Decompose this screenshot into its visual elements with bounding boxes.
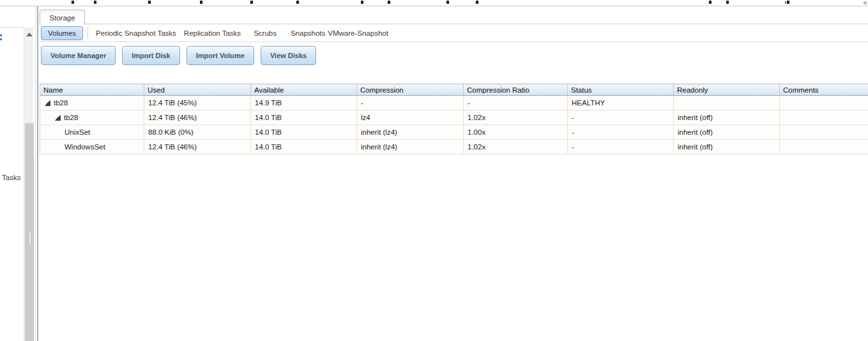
cell-available: 14.0 TiB <box>251 110 357 125</box>
subtab-divider <box>88 27 88 40</box>
cell-compression-ratio: - <box>464 96 568 110</box>
main-content: Storage Volumes Periodic Snapshot Tasks … <box>38 6 868 341</box>
cell-compression: - <box>357 96 464 110</box>
cutoff-glyph <box>446 1 449 4</box>
cell-used: 88.0 KiB (0%) <box>144 125 251 139</box>
cutoff-glyph <box>72 1 74 4</box>
column-header-compression-ratio[interactable]: Compression Ratio <box>464 84 568 95</box>
scroll-up-arrow-icon[interactable] <box>26 33 33 36</box>
cell-status: - <box>568 110 674 125</box>
cell-readonly: inherit (off) <box>674 110 780 125</box>
cell-name: UnixSet <box>65 128 90 136</box>
cell-used: 12.4 TiB (46%) <box>144 110 251 125</box>
sidebar-item-tasks[interactable]: Tasks <box>2 174 20 181</box>
subtab-underline <box>38 42 868 42</box>
subtab-periodic-snapshot-tasks[interactable]: Periodic Snapshot Tasks <box>96 29 176 37</box>
panel-separator <box>35 6 36 341</box>
tree-expando-icon[interactable] <box>55 115 61 121</box>
cell-comments <box>780 125 868 139</box>
cutoff-glyph <box>200 1 202 4</box>
cutoff-tree-link <box>0 34 2 40</box>
grid-header-row: Name Used Available Compression Compress… <box>40 84 868 96</box>
cell-readonly: inherit (off) <box>674 140 780 154</box>
cutoff-glyph <box>94 1 96 4</box>
left-scrollbar-thumb[interactable] <box>25 123 34 341</box>
left-scrollbar-track[interactable] <box>24 27 33 341</box>
cell-readonly: inherit (off) <box>674 125 780 139</box>
column-header-status[interactable]: Status <box>568 84 674 95</box>
tree-expando-icon[interactable] <box>45 100 50 106</box>
cell-status: HEALTHY <box>568 96 674 110</box>
cutoff-glyph <box>250 1 253 4</box>
cell-comments <box>780 140 868 154</box>
column-header-compression[interactable]: Compression <box>357 84 464 95</box>
cell-compression: inherit (lz4) <box>357 140 464 154</box>
cutoff-glyph <box>709 1 712 4</box>
cutoff-glyph <box>785 1 786 4</box>
cell-comments <box>780 110 868 125</box>
cell-available: 14.0 TiB <box>251 140 357 154</box>
column-header-name[interactable]: Name <box>40 84 144 95</box>
table-row-windowsset[interactable]: WindowsSet 12.4 TiB (46%) 14.0 TiB inher… <box>40 140 868 155</box>
cutoff-glyph <box>864 1 867 4</box>
import-disk-button[interactable]: Import Disk <box>122 46 180 65</box>
cell-compression-ratio: 1.00x <box>464 125 568 139</box>
column-header-used[interactable]: Used <box>144 84 251 95</box>
tab-storage-label: Storage <box>49 14 75 22</box>
cutoff-glyph <box>361 1 363 4</box>
volume-manager-button[interactable]: Volume Manager <box>41 46 116 65</box>
cell-name: tb28 <box>64 114 78 121</box>
subtab-bar: Volumes Periodic Snapshot Tasks Replicat… <box>38 25 868 42</box>
subtab-scrubs[interactable]: Scrubs <box>254 29 277 37</box>
cutoff-glyph <box>787 1 789 4</box>
import-volume-button[interactable]: Import Volume <box>187 46 254 65</box>
cell-available: 14.9 TiB <box>251 96 357 110</box>
tab-storage[interactable]: Storage <box>40 10 85 25</box>
volumes-grid: Name Used Available Compression Compress… <box>40 84 868 155</box>
cutoff-glyph <box>296 1 299 4</box>
cutoff-glyph <box>388 1 390 4</box>
subtab-vmware-snapshot[interactable]: VMware-Snapshot <box>328 29 388 37</box>
subtab-volumes-label: Volumes <box>48 29 76 37</box>
column-header-comments[interactable]: Comments <box>780 84 868 95</box>
column-header-available[interactable]: Available <box>251 84 357 95</box>
table-row-tb28-pool[interactable]: tb28 12.4 TiB (45%) 14.9 TiB - - HEALTHY <box>40 96 868 110</box>
view-disks-button[interactable]: View Disks <box>261 46 316 65</box>
subtab-replication-tasks[interactable]: Replication Tasks <box>184 29 241 37</box>
cell-available: 14.0 TiB <box>251 125 357 139</box>
subtab-volumes[interactable]: Volumes <box>41 26 83 40</box>
cell-compression: lz4 <box>357 110 464 125</box>
cutoff-glyph <box>148 1 151 4</box>
cell-name: tb28 <box>54 99 68 107</box>
cell-readonly <box>674 96 780 110</box>
cell-used: 12.4 TiB (46%) <box>144 140 251 154</box>
cell-used: 12.4 TiB (45%) <box>144 96 251 110</box>
table-row-unixset[interactable]: UnixSet 88.0 KiB (0%) 14.0 TiB inherit (… <box>40 125 868 140</box>
cell-compression-ratio: 1.02x <box>464 140 568 154</box>
cutoff-top-strip <box>0 0 868 6</box>
cell-comments <box>780 96 868 110</box>
cell-compression-ratio: 1.02x <box>464 110 568 125</box>
tabstrip-border <box>38 24 868 24</box>
cell-name: WindowsSet <box>65 143 105 151</box>
column-header-readonly[interactable]: Readonly <box>674 84 780 95</box>
table-row-tb28-dataset[interactable]: tb28 12.4 TiB (46%) 14.0 TiB lz4 1.02x -… <box>40 110 868 125</box>
scrollbar-grip <box>29 232 31 245</box>
cell-compression: inherit (lz4) <box>357 125 464 139</box>
cell-status: - <box>568 125 674 139</box>
cell-status: - <box>568 140 674 154</box>
volumes-toolbar: Volume Manager Import Disk Import Volume… <box>41 46 316 65</box>
subtab-snapshots[interactable]: Snapshots <box>291 29 325 37</box>
cutoff-glyph <box>476 1 478 4</box>
cutoff-glyph <box>726 1 729 4</box>
left-tree-panel: Tasks <box>0 6 38 341</box>
